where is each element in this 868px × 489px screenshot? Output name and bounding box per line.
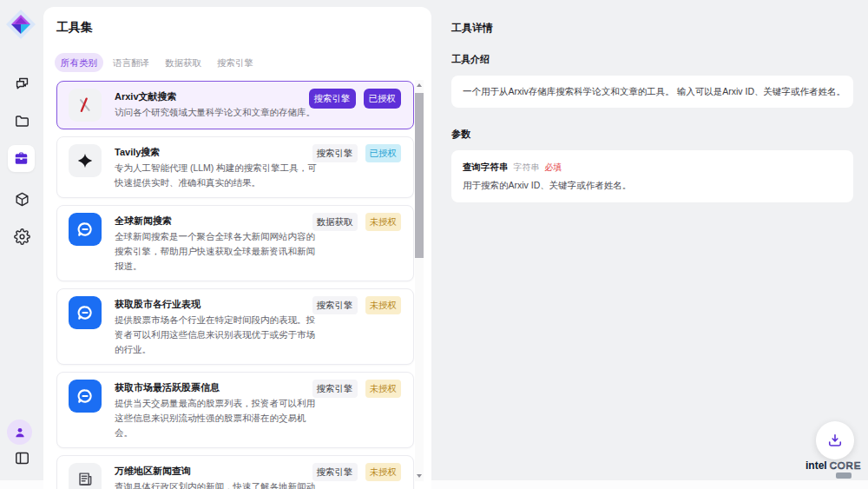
ultra-badge [836, 472, 852, 479]
intro-card: 一个用于从Arxiv存储库搜索科学论文和文章的工具。 输入可以是Arxiv ID… [451, 76, 853, 108]
core-wordmark: CORE [830, 460, 861, 471]
toolbox-icon-active[interactable] [8, 145, 35, 172]
tab-搜索引擎[interactable]: 搜索引擎 [211, 53, 260, 72]
auth-status-badge: 未授权 [365, 296, 402, 314]
intro-heading: 工具介绍 [451, 54, 853, 65]
category-tag: 数据获取 [312, 213, 358, 231]
category-tag: 搜索引擎 [312, 296, 358, 314]
tool-name: 全球新闻搜索 [115, 214, 321, 228]
param-card: 查询字符串 字符串 必填 用于搜索的Arxiv ID、关键字或作者姓名。 [451, 150, 853, 202]
tool-details-panel: 工具详情 工具介绍 一个用于从Arxiv存储库搜索科学论文和文章的工具。 输入可… [431, 0, 868, 480]
category-tabs: 所有类别语言翻译数据获取搜索引擎 [55, 53, 260, 72]
auth-status-badge: 未授权 [365, 213, 402, 231]
tool-description: 访问各个研究领域大量科学论文和文章的存储库。 [115, 105, 315, 120]
tab-所有类别[interactable]: 所有类别 [55, 53, 103, 72]
params-heading: 参数 [451, 129, 853, 140]
category-tag: 搜索引擎 [312, 463, 358, 481]
cube-icon[interactable] [0, 191, 43, 208]
auth-status-badge[interactable]: 已授权 [364, 89, 402, 109]
tool-description: 专为人工智能代理 (LLM) 构建的搜索引擎工具，可快速提供实时、准确和真实的结… [115, 161, 321, 190]
tool-list: Arxiv文献搜索访问各个研究领域大量科学论文和文章的存储库。搜索引擎已授权Ta… [56, 81, 414, 489]
param-name: 查询字符串 [463, 162, 509, 173]
tool-card[interactable]: 获取市场最活跃股票信息提供当天交易量最高的股票列表，投资者可以利用这些信息来识别… [56, 372, 414, 448]
arxiv-logo-icon [69, 89, 102, 122]
scroll-up-icon[interactable] [415, 80, 424, 90]
app-logo-icon [5, 9, 36, 40]
intro-text: 一个用于从Arxiv存储库搜索科学论文和文章的工具。 输入可以是Arxiv ID… [463, 86, 845, 96]
scroll-down-icon[interactable] [415, 471, 424, 481]
newspaper-icon [69, 463, 102, 489]
category-tag: 搜索引擎 [312, 144, 358, 162]
user-avatar-icon[interactable] [7, 420, 32, 445]
tool-name: 获取市场最活跃股票信息 [115, 380, 321, 394]
toolset-title: 工具集 [56, 20, 93, 34]
gear-icon[interactable] [0, 228, 43, 245]
auth-status-badge: 未授权 [365, 463, 402, 481]
sidebar [0, 0, 43, 489]
folder-icon[interactable] [0, 113, 43, 129]
tool-card[interactable]: 万维地区新闻查询查询具体行政区划内的新闻，快速了解各地新闻动搜索引擎未授权 [56, 455, 414, 489]
tool-description: 提供当天交易量最高的股票列表，投资者可以利用这些信息来识别流动性强的股票和潜在的… [115, 396, 321, 440]
tool-description: 全球新闻搜索是一个聚合全球各大新闻网站内容的搜索引擎，帮助用户快速获取全球最新资… [115, 229, 321, 274]
details-title: 工具详情 [451, 22, 853, 34]
scrollbar-thumb[interactable] [415, 93, 424, 258]
tool-name: Tavily搜索 [115, 145, 321, 159]
tab-语言翻译[interactable]: 语言翻译 [107, 53, 155, 72]
tab-数据获取[interactable]: 数据获取 [159, 53, 207, 72]
news-api-logo-icon [69, 296, 102, 329]
category-tag: 搜索引擎 [312, 380, 358, 398]
tool-name: 获取股市各行业表现 [115, 297, 321, 311]
chat-icon[interactable] [0, 76, 43, 92]
intel-wordmark: intel [806, 459, 827, 472]
tool-card[interactable]: Arxiv文献搜索访问各个研究领域大量科学论文和文章的存储库。搜索引擎已授权 [56, 81, 414, 129]
tool-description: 提供股票市场各个行业在特定时间段内的表现。投资者可以利用这些信息来识别表现优于或… [115, 313, 321, 357]
auth-status-badge: 已授权 [365, 144, 402, 162]
tavily-logo-icon [69, 144, 102, 177]
intel-core-logo: intel CORE [806, 459, 861, 472]
sidebar-toggle-icon[interactable] [0, 450, 43, 466]
tool-description: 查询具体行政区划内的新闻，快速了解各地新闻动 [115, 479, 315, 489]
tool-card[interactable]: 全球新闻搜索全球新闻搜索是一个聚合全球各大新闻网站内容的搜索引擎，帮助用户快速获… [56, 205, 414, 281]
news-api-logo-icon [69, 380, 102, 413]
category-tag[interactable]: 搜索引擎 [309, 89, 356, 109]
scrollbar[interactable] [415, 80, 424, 481]
tool-name: 万维地区新闻查询 [115, 464, 315, 478]
auth-status-badge: 未授权 [365, 380, 402, 398]
news-api-logo-icon [69, 213, 102, 246]
param-description: 用于搜索的Arxiv ID、关键字或作者姓名。 [463, 180, 842, 191]
tool-card[interactable]: 获取股市各行业表现提供股票市场各个行业在特定时间段内的表现。投资者可以利用这些信… [56, 288, 414, 365]
download-button[interactable] [816, 421, 854, 459]
param-type: 字符串 [514, 162, 540, 173]
toolset-panel: 工具集 所有类别语言翻译数据获取搜索引擎 Arxiv文献搜索访问各个研究领域大量… [43, 7, 431, 489]
tool-card[interactable]: Tavily搜索专为人工智能代理 (LLM) 构建的搜索引擎工具，可快速提供实时… [56, 136, 414, 198]
param-required: 必填 [545, 162, 562, 173]
tool-name: Arxiv文献搜索 [115, 89, 315, 103]
